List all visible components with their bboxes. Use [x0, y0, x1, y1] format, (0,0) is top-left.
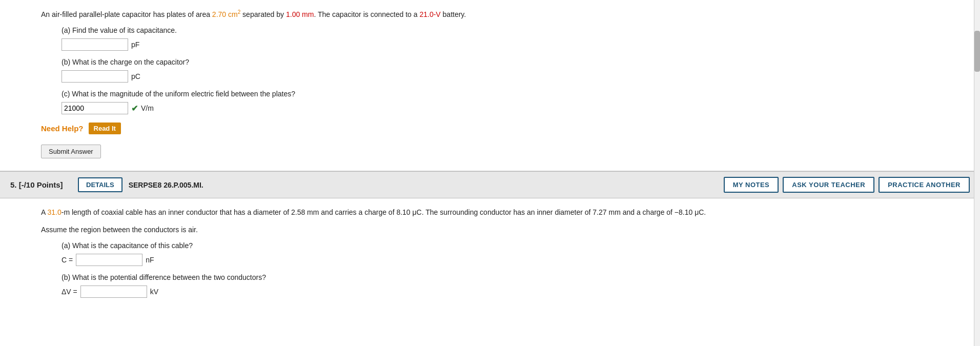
problem5-part-b-unit: kV — [150, 288, 158, 296]
part-c-unit: V/m — [141, 104, 154, 112]
problem5-code: SERPSE8 26.P.005.MI. — [129, 181, 718, 189]
separation-unit: mm — [300, 10, 314, 18]
my-notes-button[interactable]: MY NOTES — [724, 177, 779, 193]
area-unit: cm2 — [226, 10, 240, 18]
part-b-label: (b) What is the charge on the capacitor? — [62, 58, 939, 66]
area-value: 2.70 — [212, 10, 226, 18]
part-c-input[interactable] — [62, 102, 128, 114]
problem5-number: 5. [-/10 Points] — [10, 180, 72, 189]
voltage-unit: -V — [434, 10, 441, 18]
part-a-label: (a) Find the value of its capacitance. — [62, 26, 939, 34]
correct-checkmark: ✔ — [131, 104, 138, 113]
problem5-desc-part2: -m length of coaxial cable has an inner … — [62, 208, 706, 216]
part-a-unit: pF — [131, 40, 139, 49]
submit-answer-button[interactable]: Submit Answer — [41, 145, 101, 158]
problem5-part-a-unit: nF — [146, 256, 154, 264]
practice-another-button[interactable]: PRACTICE ANOTHER — [879, 177, 970, 193]
part-c-label: (c) What is the magnitude of the uniform… — [62, 90, 939, 98]
part-a-input[interactable] — [62, 38, 128, 51]
ask-teacher-button[interactable]: ASK YOUR TEACHER — [783, 177, 874, 193]
problem5-header-bar: 5. [-/10 Points] DETAILS SERPSE8 26.P.00… — [0, 171, 980, 198]
problem5-part-b-label: (b) What is the potential difference bet… — [62, 273, 939, 281]
part-b-unit: pC — [131, 72, 140, 80]
problem5-part-b-input[interactable] — [80, 286, 147, 298]
length-value: 31.0 — [47, 208, 61, 216]
problem5-part-a-label: (a) What is the capacitance of this cabl… — [62, 241, 939, 250]
problem5-description: A 31.0-m length of coaxial cable has an … — [41, 207, 939, 219]
problem5-description-line2: Assume the region between the conductors… — [41, 224, 939, 236]
problem4-description: An air-filled parallel-plate capacitor h… — [41, 8, 939, 20]
details-button[interactable]: DETAILS — [78, 177, 122, 192]
read-it-button[interactable]: Read It — [89, 123, 121, 134]
header-actions: MY NOTES ASK YOUR TEACHER PRACTICE ANOTH… — [724, 177, 970, 193]
separation-value: 1.00 — [286, 10, 300, 18]
part-b-input[interactable] — [62, 70, 128, 83]
need-help-label: Need Help? — [41, 124, 84, 133]
problem5-part-a-input[interactable] — [76, 254, 142, 266]
problem5-part-a-prefix: C = — [62, 256, 73, 264]
voltage-value: 21.0 — [419, 10, 433, 18]
scrollbar-track[interactable] — [974, 0, 980, 306]
scrollbar-thumb[interactable] — [974, 31, 980, 72]
problem5-part-b-prefix: ΔV = — [62, 288, 77, 296]
